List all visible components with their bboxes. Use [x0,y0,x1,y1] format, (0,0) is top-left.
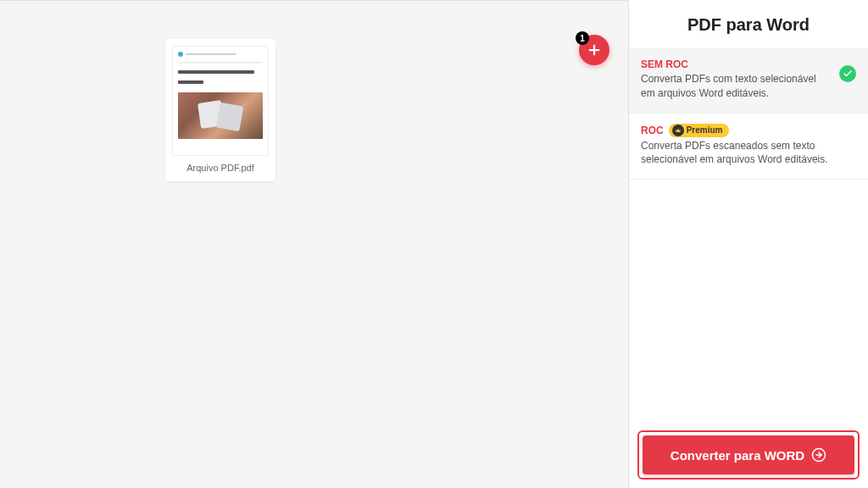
main-workspace: Arquivo PDF.pdf 1 [0,0,628,488]
convert-button-highlight: Converter para WORD [637,430,860,480]
sidebar-footer: Converter para WORD [629,422,868,488]
file-count-badge: 1 [576,31,589,45]
file-card[interactable]: Arquivo PDF.pdf [165,39,275,181]
premium-badge: Premium [669,124,730,137]
crown-icon [672,125,684,136]
convert-button-label: Converter para WORD [670,448,804,463]
selected-check-icon [839,65,856,82]
premium-label: Premium [687,125,723,135]
option-description: Converta PDFs escaneados sem texto selec… [641,139,856,168]
add-file-button[interactable]: 1 [579,35,609,65]
file-thumbnail [172,46,269,156]
convert-button[interactable]: Converter para WORD [643,435,854,474]
sidebar-title: PDF para Word [629,0,868,48]
file-name-label: Arquivo PDF.pdf [186,163,253,173]
option-title: SEM ROC [641,58,688,70]
plus-icon [587,42,602,58]
option-title: ROC [641,125,664,136]
option-no-ocr[interactable]: SEM ROC Converta PDFs com texto selecion… [629,48,868,114]
options-sidebar: PDF para Word SEM ROC Converta PDFs com … [628,0,868,488]
option-description: Converta PDFs com texto selecionável em … [641,72,831,101]
arrow-right-circle-icon [811,447,826,463]
option-ocr[interactable]: ROC Premium Converta PDFs escaneados sem… [629,114,868,180]
